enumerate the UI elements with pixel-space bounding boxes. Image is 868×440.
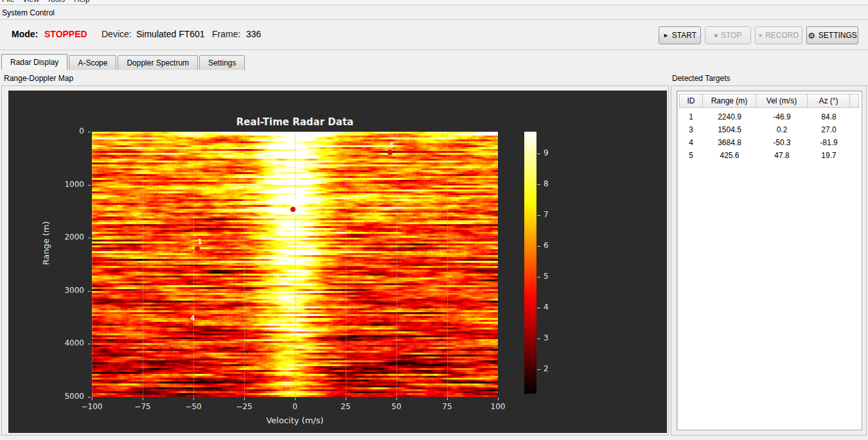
column-header-az[interactable]: Az (°) (808, 94, 850, 108)
x-axis-label: Velocity (m/s) (92, 416, 498, 425)
detected-targets-table[interactable]: IDRange (m)Vel (m/s)Az (°)12240.9-46.984… (677, 91, 862, 430)
target-marker-4 (188, 322, 193, 328)
y-tick-label: 3000 (46, 286, 84, 295)
settings-button[interactable]: ⚙SETTINGS (806, 26, 858, 44)
y-axis-label: Range (m) (41, 218, 51, 269)
table-cell[interactable]: -81.9 (808, 136, 850, 149)
target-marker-label-4: 4 (185, 315, 200, 322)
x-tick-mark (447, 398, 448, 400)
frame-counter-value: 336 (246, 29, 261, 39)
target-marker-3 (290, 207, 296, 212)
tab-settings[interactable]: Settings (199, 55, 245, 70)
device-label: Device: (102, 29, 132, 39)
detected-targets-group-title: Detected Targets (672, 74, 731, 83)
device-value: Simulated FT601 (136, 29, 205, 39)
mode-status-value: STOPPED (44, 29, 87, 39)
x-tick-mark (295, 398, 296, 400)
colorbar-tick-mark (537, 246, 540, 247)
menu-item-file[interactable]: File (2, 0, 14, 4)
x-tick-label: 25 (326, 402, 365, 411)
y-tick-mark (88, 397, 91, 398)
table-cell[interactable]: 2240.9 (703, 110, 756, 123)
record-button: ●RECORD (755, 26, 802, 44)
table-cell[interactable]: 1 (679, 110, 703, 123)
table-cell[interactable]: 47.8 (756, 149, 808, 162)
button-label: STOP (721, 31, 741, 40)
column-header-filler (850, 94, 859, 108)
table-cell[interactable]: 425.6 (703, 149, 756, 162)
column-header-range[interactable]: Range (m) (703, 94, 756, 108)
colorbar-tick-mark (537, 339, 540, 339)
x-tick-label: 75 (428, 402, 466, 411)
y-tick-label: 0 (46, 127, 84, 136)
table-cell[interactable]: 19.7 (808, 149, 850, 162)
tab-a-scope[interactable]: A-Scope (69, 55, 116, 70)
x-tick-mark (193, 398, 194, 400)
gear-icon: ⚙ (808, 31, 815, 40)
colorbar-tick-mark (537, 215, 540, 216)
y-tick-mark (88, 185, 91, 186)
column-header-vel[interactable]: Vel (m/s) (756, 94, 808, 108)
x-tick-mark (396, 398, 397, 400)
x-tick-mark (498, 398, 499, 400)
chart-title: Real-Time Radar Data (92, 116, 498, 128)
y-tick-mark (88, 238, 91, 238)
y-tick-label: 4000 (46, 339, 84, 348)
colorbar-tick-mark (537, 369, 540, 370)
mode-label: Mode: (12, 29, 38, 39)
target-marker-label-1: 1 (192, 238, 208, 245)
y-tick-label: 5000 (46, 392, 84, 401)
table-cell[interactable]: 3 (679, 123, 703, 136)
column-header-id[interactable]: ID (679, 94, 703, 108)
x-tick-mark (143, 398, 143, 400)
table-cell[interactable]: 27.0 (808, 123, 850, 136)
table-cell[interactable]: 3684.8 (703, 136, 756, 149)
target-marker-label-5: 5 (384, 142, 400, 149)
table-cell[interactable]: 84.8 (808, 110, 850, 123)
table-cell[interactable]: 5 (679, 149, 703, 162)
menu-bar: FileViewToolsHelp (0, 0, 868, 5)
x-tick-label: 100 (479, 402, 517, 411)
colorbar-tick-label: 9 (544, 148, 549, 157)
colorbar-tick-label: 3 (544, 333, 549, 342)
table-cell[interactable]: 0.2 (756, 123, 808, 136)
y-tick-label: 1000 (46, 180, 84, 189)
y-tick-mark (88, 291, 91, 292)
table-cell[interactable]: 4 (679, 136, 703, 149)
y-tick-mark (88, 344, 91, 344)
x-tick-label: −75 (123, 402, 162, 411)
system-control-group: Mode: STOPPED Device: Simulated FT601 Fr… (0, 19, 868, 50)
x-tick-label: −25 (225, 402, 263, 411)
target-marker-label-3: 3 (288, 199, 303, 206)
target-marker-1 (195, 246, 200, 251)
menu-item-help[interactable]: Help (74, 0, 90, 4)
record-icon: ● (759, 33, 762, 39)
colorbar-tick-mark (537, 154, 540, 154)
colorbar-tick-label: 5 (544, 272, 549, 281)
table-cell[interactable]: -50.3 (756, 136, 808, 149)
table-cell[interactable]: -46.9 (756, 110, 808, 123)
x-tick-label: −50 (174, 402, 213, 411)
start-button[interactable]: ►START (659, 26, 701, 44)
y-tick-label: 2000 (46, 233, 84, 242)
colorbar-tick-label: 4 (544, 303, 549, 312)
button-label: SETTINGS (819, 31, 857, 40)
menu-item-tools[interactable]: Tools (47, 0, 65, 4)
menu-item-view[interactable]: View (22, 0, 39, 4)
stop-button: ■STOP (705, 26, 751, 44)
tab-radar-display[interactable]: Radar Display (1, 54, 67, 70)
x-tick-mark (244, 398, 245, 400)
tab-doppler-spectrum[interactable]: Doppler Spectrum (118, 55, 198, 70)
table-cell[interactable]: 1504.5 (703, 123, 756, 136)
x-tick-label: −100 (73, 402, 111, 411)
colorbar-tick-mark (537, 277, 540, 277)
colorbar-tick-mark (537, 184, 540, 185)
system-control-group-title: System Control (2, 8, 55, 17)
play-icon: ► (663, 33, 669, 39)
x-tick-label: 0 (276, 402, 314, 411)
target-marker-5 (387, 150, 393, 155)
x-tick-mark (346, 398, 346, 400)
radar-app-window: FileViewToolsHelp System Control Mode: S… (0, 0, 868, 440)
tab-bar: Radar DisplayA-ScopeDoppler SpectrumSett… (1, 54, 246, 70)
colorbar-tick-label: 7 (544, 210, 549, 219)
